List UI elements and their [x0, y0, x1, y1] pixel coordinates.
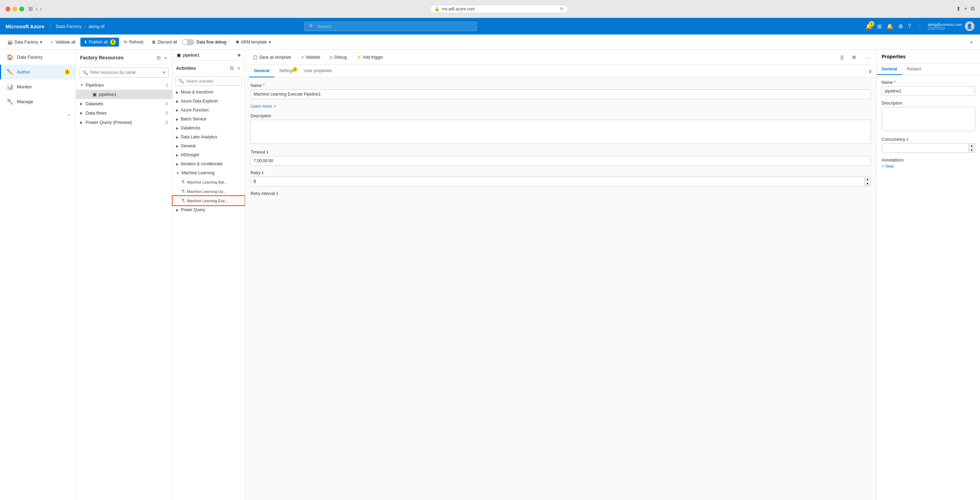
resource-search-box[interactable]: 🔍 + [80, 67, 169, 78]
toolbar-menu-button[interactable]: ≡ [967, 38, 976, 46]
reload-icon[interactable]: ↻ [560, 6, 563, 11]
category-data-lake-analytics[interactable]: ▶ Data Lake Analytics [173, 132, 245, 142]
activity-ml-execute[interactable]: ⚗ Machine Learning Exe... [173, 196, 245, 205]
retry-decrement[interactable]: ▼ [864, 182, 870, 186]
forward-icon[interactable]: › [40, 6, 42, 12]
retry-increment[interactable]: ▲ [864, 177, 870, 182]
help-icon[interactable]: ? [908, 23, 911, 29]
activity-ml-batch[interactable]: ⚗ Machine Learning Bat... [173, 177, 245, 187]
data-factory-dropdown[interactable]: 🏭 Data Factory ▾ [4, 38, 46, 46]
data-flow-debug-toggle[interactable]: Data flow debug [182, 39, 226, 45]
external-link-icon: ↗ [273, 104, 277, 109]
code-view-button[interactable]: {} [837, 53, 847, 61]
tab-settings[interactable]: Settings 2 [274, 65, 299, 77]
activities-collapse-btn[interactable]: ⊟ [229, 64, 235, 72]
notifications-icon[interactable]: 🔔 1 [865, 23, 872, 30]
right-tab-related[interactable]: Related [902, 64, 926, 75]
pipeline-tab[interactable]: ▣ pipeline1 [173, 50, 245, 61]
back-icon[interactable]: ‹ [35, 6, 37, 12]
sidebar-item-monitor[interactable]: 📊 Monitor [0, 80, 76, 94]
category-databricks[interactable]: ▶ Databricks [173, 124, 245, 132]
account-icon[interactable]: 👤 [916, 23, 923, 30]
azure-search-bar[interactable]: 🔍 Search [304, 22, 477, 31]
concurrency-decrement[interactable]: ▼ [969, 148, 975, 153]
validate-button[interactable]: ✓ Validate [298, 53, 324, 61]
sidebar-item-author[interactable]: ✏️ Author 1 [0, 65, 76, 80]
address-bar[interactable]: 🔒 ms-adf.azure.com ↻ [430, 5, 568, 13]
refresh-button[interactable]: ↻ Refresh [121, 38, 147, 46]
add-resource-button[interactable]: + [162, 69, 165, 76]
expand-button[interactable]: ∨ [868, 68, 872, 75]
name-input[interactable] [251, 89, 871, 99]
tab-user-properties[interactable]: User properties [299, 65, 337, 77]
tabs-icon[interactable]: ⧉ [971, 6, 974, 12]
settings-icon[interactable]: ⚙ [898, 23, 903, 30]
tree-datasets[interactable]: ▶ Datasets 0 [76, 99, 172, 108]
right-name-input[interactable] [881, 86, 975, 96]
sidebar-item-manage[interactable]: 🔧 Manage [0, 94, 76, 109]
azure-brand[interactable]: Microsoft Azure [6, 24, 50, 29]
validate-all-button[interactable]: ✓ Validate all [47, 38, 79, 46]
breadcrumb-aking-df[interactable]: aking-df [89, 24, 105, 29]
learn-more-link[interactable]: Learn more ↗ [251, 104, 871, 109]
arm-template-button[interactable]: ✱ ARM template ▾ [232, 38, 274, 46]
right-panel-header: Properties [877, 50, 980, 64]
category-af-label: Azure Function [181, 108, 209, 113]
breadcrumb-data-factory[interactable]: Data Factory [56, 24, 81, 29]
activity-ml-update[interactable]: ⚗ Machine Learning Up... [173, 187, 245, 196]
panel-collapse-btn[interactable]: ⊟ [156, 54, 162, 61]
add-trigger-button[interactable]: ⚡ Add trigger [353, 53, 387, 61]
tree-power-query[interactable]: ▶ Power Query (Preview) 0 [76, 118, 172, 127]
more-options-button[interactable]: … [861, 53, 872, 61]
category-batch-service[interactable]: ▶ Batch Service [173, 115, 245, 124]
concurrency-input[interactable] [882, 143, 968, 153]
minimize-button[interactable] [13, 6, 17, 11]
tree-pipelines[interactable]: ▼ Pipelines 1 [76, 80, 172, 90]
panel-close-btn[interactable]: « [163, 54, 168, 61]
portal-menu-icon[interactable]: ⊞ [877, 23, 881, 30]
description-textarea[interactable] [251, 120, 871, 144]
category-iteration[interactable]: ▶ Iteration & conditionals [173, 159, 245, 169]
concurrency-spinner[interactable]: ▲ ▼ [881, 143, 975, 153]
tree-pipeline1[interactable]: ▣ pipeline1 [76, 90, 172, 99]
publish-all-button[interactable]: ⬆ Publish all 1 [80, 38, 119, 46]
new-tab-icon[interactable]: + [964, 6, 967, 12]
retry-spinner[interactable]: ▲ ▼ [251, 177, 871, 186]
category-azure-function[interactable]: ▶ Azure Function [173, 105, 245, 115]
retry-input[interactable] [251, 177, 864, 186]
timeout-label-text: Timeout [251, 150, 266, 154]
category-azure-data-explorer[interactable]: ▶ Azure Data Explorer [173, 97, 245, 105]
avatar[interactable]: 👤 [965, 21, 974, 31]
timeout-input[interactable] [251, 156, 871, 166]
activity-search-input[interactable] [186, 79, 239, 83]
tree-dataflows[interactable]: ▶ Data flows 0 [76, 108, 172, 118]
sidebar-item-data-factory[interactable]: 🏠 Data Factory [0, 50, 76, 65]
right-description-textarea[interactable] [881, 107, 975, 131]
alerts-icon[interactable]: 🔔 [886, 23, 893, 30]
right-tab-general[interactable]: General [877, 64, 902, 75]
scroll-indicator: ... [251, 197, 871, 204]
discard-all-button[interactable]: 🗑 Discard all [148, 38, 180, 46]
layout-button[interactable]: ⊞ [849, 53, 859, 61]
activities-close-btn[interactable]: « [236, 64, 241, 72]
debug-button[interactable]: ▷ Debug [326, 53, 350, 61]
share-icon[interactable]: ⬆ [956, 6, 961, 12]
pq-expand-icon: ▶ [176, 208, 179, 212]
tab-general[interactable]: General [249, 65, 274, 77]
sidebar-collapse-button[interactable]: « [62, 109, 76, 121]
toggle-switch[interactable] [182, 39, 194, 45]
activity-search-box[interactable]: 🔍 [175, 76, 242, 86]
category-move-transform[interactable]: ▶ Move & transform [173, 88, 245, 97]
sidebar-toggle-icon[interactable]: ⊞ [28, 6, 33, 12]
category-general[interactable]: ▶ General [173, 142, 245, 150]
nav-user[interactable]: aking@contoso.com CONTOSO 👤 [928, 21, 974, 31]
resource-search-input[interactable] [90, 70, 161, 75]
save-template-button[interactable]: 📋 Save as template [249, 53, 295, 61]
close-button[interactable] [6, 6, 10, 11]
concurrency-increment[interactable]: ▲ [969, 143, 975, 148]
new-annotation-button[interactable]: + New [881, 164, 894, 169]
category-hdinsight[interactable]: ▶ HDInsight [173, 150, 245, 159]
category-power-query[interactable]: ▶ Power Query [173, 205, 245, 214]
category-machine-learning[interactable]: ▼ Machine Learning [173, 169, 245, 177]
maximize-button[interactable] [19, 6, 24, 11]
